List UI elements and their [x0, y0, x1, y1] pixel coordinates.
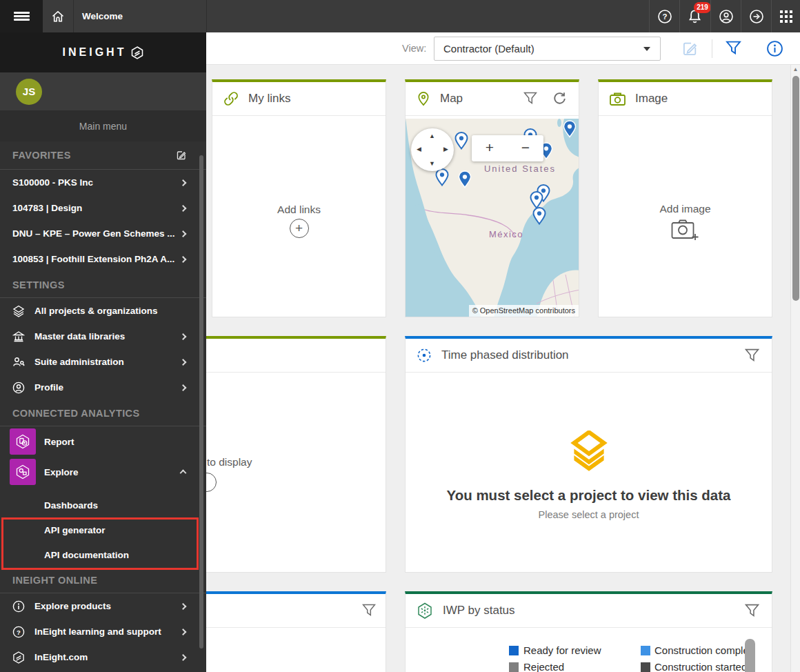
scrollbar-up-icon[interactable]: ▲ [791, 66, 800, 72]
map-zoom-control: + − [472, 135, 543, 161]
avatar[interactable]: JS [16, 79, 42, 105]
favorite-label: 100853 | Foothill Extension Ph2A A... [12, 254, 174, 264]
chevron-right-icon [180, 230, 187, 237]
help-icon: ? [657, 9, 672, 24]
favorites-header: FAVORITES [0, 141, 206, 170]
pan-down-icon[interactable]: ▼ [429, 160, 435, 167]
map-pin[interactable] [563, 120, 577, 138]
layers-icon [12, 305, 25, 317]
legend-swatch [509, 646, 519, 655]
apps-grid-button[interactable] [771, 0, 800, 32]
map-pin[interactable] [435, 168, 449, 186]
favorite-label: 104783 | Design [12, 203, 82, 213]
sidebar-item-master-data[interactable]: Master data libraries [0, 324, 206, 349]
item-label: InEight.com [34, 652, 88, 662]
sidebar-item-favorite-3[interactable]: DNU – KPE – Power Gen Schemes ... [0, 221, 206, 246]
item-label: Explore products [34, 601, 111, 611]
info-icon[interactable] [766, 40, 783, 57]
sidebar-item-suite-admin[interactable]: Suite administration [0, 349, 206, 375]
iwp-scrollbar-thumb[interactable] [745, 639, 755, 672]
app-window: View: Contractor (Default) My links Add … [0, 0, 800, 672]
sidebar-item-favorite-1[interactable]: S100000 - PKS Inc [0, 170, 206, 195]
sidebar-item-report[interactable]: Report [0, 426, 206, 457]
sidebar-item-explore-products[interactable]: Explore products [0, 593, 206, 619]
page-scrollbar[interactable]: ▲ [790, 65, 800, 672]
sidebar-item-explore[interactable]: Explore [0, 457, 206, 487]
pan-left-icon[interactable]: ◀ [417, 146, 421, 152]
sidebar-item-ineight-com[interactable]: InEight.com [0, 644, 206, 670]
add-links-button[interactable]: + [290, 219, 309, 238]
plus-icon: + [295, 221, 303, 236]
map-pin[interactable] [532, 207, 546, 225]
iwp-tile: IWP by status Ready for review Rejected … [405, 591, 772, 672]
map-pin-icon [417, 91, 430, 106]
legend-label: Construction started [654, 661, 745, 672]
favorites-header-label: FAVORITES [12, 150, 71, 161]
tab-welcome[interactable]: Welcome [74, 0, 207, 32]
view-label: View: [402, 43, 426, 54]
map-pin[interactable] [454, 132, 468, 150]
add-image-button[interactable] [599, 219, 772, 245]
zoom-in-button[interactable]: + [472, 135, 508, 161]
legend-label: Rejected [523, 661, 564, 672]
sidebar-item-api-generator[interactable]: API generator [0, 517, 206, 542]
sidebar-item-api-documentation[interactable]: API documentation [0, 542, 206, 567]
pan-up-icon[interactable]: ▲ [429, 132, 435, 139]
filter-icon[interactable] [726, 41, 741, 55]
help-button[interactable]: ? [649, 0, 679, 32]
sidebar-item-favorite-4[interactable]: 100853 | Foothill Extension Ph2A A... [0, 246, 206, 272]
map-pin[interactable] [458, 170, 472, 188]
iwp-filter-icon[interactable] [745, 604, 759, 617]
edit-favorites-icon[interactable] [176, 150, 187, 161]
map-canvas[interactable]: United States México ▲ ▼ ◀ ▶ + − © OpenS… [406, 119, 579, 317]
home-button[interactable] [43, 0, 74, 32]
scrollbar-thumb[interactable] [792, 76, 799, 301]
notifications-button[interactable]: 219 [679, 0, 710, 32]
map-filter-icon[interactable] [523, 92, 537, 104]
logout-button[interactable] [741, 0, 771, 32]
time-phased-filter-icon[interactable] [745, 348, 759, 362]
hamburger-menu-button[interactable] [0, 0, 43, 32]
item-label: API generator [44, 525, 106, 535]
map-label-us: United States [484, 164, 556, 174]
project-layers-icon [568, 431, 610, 472]
sidebar-item-dashboards[interactable]: Dashboards [0, 493, 206, 517]
favorite-label: DNU – KPE – Power Gen Schemes ... [12, 228, 175, 239]
view-select[interactable]: Contractor (Default) [434, 37, 661, 61]
map-attribution: © OpenStreetMap contributors [469, 305, 579, 317]
map-refresh-icon[interactable] [552, 92, 566, 106]
chevron-right-icon [180, 333, 187, 340]
sidebar-item-learning-support[interactable]: ? InEight learning and support [0, 619, 206, 644]
home-icon [51, 10, 65, 23]
admin-users-icon [12, 356, 25, 368]
view-toolbar: View: Contractor (Default) [206, 32, 800, 65]
top-navigation-bar: Welcome ? 219 [0, 0, 800, 32]
chevron-right-icon [180, 654, 187, 661]
svg-text:?: ? [662, 12, 667, 21]
item-label: API documentation [44, 550, 129, 560]
zoom-out-button[interactable]: − [508, 135, 543, 161]
main-menu-sidebar: INEIGHT JS Main menu FAVORITES S100000 -… [0, 32, 206, 672]
explore-icon [10, 459, 36, 485]
report-icon [10, 428, 36, 455]
pan-right-icon[interactable]: ▶ [443, 146, 448, 152]
account-button[interactable] [710, 0, 741, 32]
map-label-mx: México [489, 229, 523, 239]
apps-grid-icon [780, 10, 792, 23]
chevron-right-icon [180, 179, 187, 186]
legend-swatch [641, 646, 650, 655]
sidebar-scrollbar-thumb[interactable] [199, 155, 203, 649]
hidden-tile-filter-icon[interactable] [362, 604, 376, 616]
time-phased-tile: Time phased distribution You must select… [405, 336, 772, 573]
user-panel[interactable]: JS [0, 72, 206, 110]
sidebar-item-profile[interactable]: Profile [0, 375, 206, 400]
map-pan-control[interactable]: ▲ ▼ ◀ ▶ [411, 128, 454, 171]
tile-title: Map [440, 92, 463, 106]
time-phase-icon [417, 348, 432, 363]
account-icon [719, 9, 734, 24]
sidebar-item-all-projects[interactable]: All projects & organizations [0, 298, 206, 324]
image-tile: Image Add image [598, 79, 772, 317]
sidebar-item-favorite-2[interactable]: 104783 | Design [0, 195, 206, 221]
item-label: Explore [44, 467, 79, 477]
svg-text:?: ? [17, 628, 21, 635]
